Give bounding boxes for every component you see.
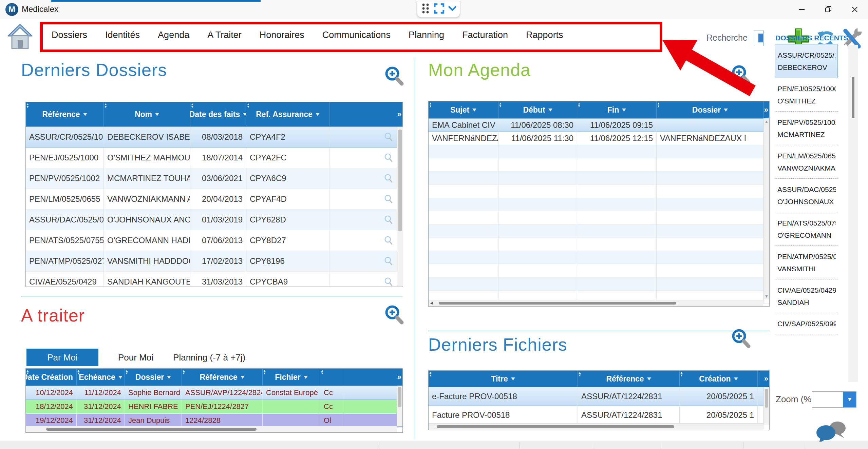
horizontal-scrollbar[interactable]: ◄ (429, 300, 763, 306)
agenda-row[interactable] (429, 251, 769, 264)
column-header[interactable]: ▲▼Fin (577, 101, 657, 118)
recent-dossier-item[interactable]: PEN/ATS/0525/075O'GRECOMANN (775, 212, 838, 246)
filter-icon[interactable] (243, 113, 246, 116)
row-magnifier-icon[interactable] (383, 132, 394, 142)
agenda-row[interactable] (429, 211, 769, 224)
column-header[interactable]: ▲▼Référence (26, 102, 104, 126)
filter-icon[interactable] (472, 109, 476, 112)
nav-item-honoraires[interactable]: Honoraires (260, 30, 304, 40)
chat-icon[interactable] (813, 420, 850, 445)
sort-icon[interactable]: ▲▼ (26, 103, 29, 108)
horizontal-scrollbar[interactable] (429, 423, 764, 430)
recent-dossier-item[interactable]: ASSUR/CR/0525/10DEBECKEROV (775, 44, 838, 78)
vertical-scrollbar[interactable] (397, 386, 402, 426)
column-header[interactable]: ▲▼Référence (578, 371, 680, 387)
filter-icon[interactable] (155, 113, 159, 116)
row-magnifier-icon[interactable] (383, 256, 394, 266)
more-columns-icon[interactable]: » (764, 374, 768, 383)
column-header[interactable]: ▲▼Fichier (263, 369, 320, 386)
vertical-scrollbar[interactable]: ▲▼ (763, 118, 769, 299)
recent-dossier-item[interactable]: PEN/LM/0525/0655VANWOZNIAKMANN (775, 145, 838, 179)
column-header[interactable]: ▲▼Date des faits (190, 102, 246, 126)
filter-icon[interactable] (548, 109, 552, 112)
column-header[interactable]: ▲▼Dossier (125, 369, 182, 386)
minimize-button[interactable] (789, 0, 815, 19)
dossier-row[interactable]: PEN/LM/0525/0655VANWOZNIAKMANN A20/04/20… (26, 189, 402, 210)
row-magnifier-icon[interactable] (383, 235, 394, 246)
column-header[interactable]: ▲▼ (320, 369, 344, 386)
horizontal-scrollbar[interactable] (26, 426, 397, 432)
sort-icon[interactable]: ▲▼ (104, 103, 107, 108)
tab-1[interactable]: Pour Moi (118, 352, 153, 363)
row-magnifier-icon[interactable] (383, 215, 394, 225)
agenda-row[interactable] (429, 145, 769, 158)
file-row[interactable]: e-Facture PROV-00518ASSUR/AT/1224/283120… (429, 387, 769, 406)
agenda-row[interactable] (429, 277, 769, 291)
filter-icon[interactable] (622, 109, 626, 112)
filter-icon[interactable] (316, 113, 320, 116)
sort-icon[interactable]: ▲▼ (578, 371, 581, 377)
row-magnifier-icon[interactable] (383, 173, 394, 183)
more-columns-icon[interactable]: » (397, 110, 401, 119)
column-header[interactable]: ▲▼Dossier (657, 101, 764, 118)
row-magnifier-icon[interactable] (383, 194, 394, 204)
agenda-row[interactable] (429, 224, 769, 238)
dossier-row[interactable]: PEN/PV/0525/1002MCMARTINEZ TOUHA03/06/20… (26, 168, 402, 189)
more-columns-icon[interactable]: » (764, 105, 768, 114)
recent-dossier-item[interactable]: PEN/PV/0525/1002MCMARTINEZ (775, 112, 838, 145)
sort-icon[interactable]: ▲▼ (26, 369, 29, 375)
agenda-row[interactable] (429, 198, 769, 211)
recent-dossier-item[interactable]: CIV/SAP/0525/0999 (775, 313, 838, 334)
zoom-in-icon[interactable] (383, 304, 405, 326)
more-columns-icon[interactable]: » (397, 373, 401, 382)
home-icon[interactable] (7, 22, 33, 51)
column-header[interactable]: ▲▼Date Création (26, 369, 77, 386)
nav-item-identités[interactable]: Identités (105, 30, 140, 40)
dossier-row[interactable]: ASSUR/CR/0525/10DEBECKEROV ISABEL08/03/2… (26, 126, 402, 148)
recent-dossier-item[interactable]: PEN/EJ/0525/1000O'SMITHEZ (775, 78, 838, 112)
chevron-down-icon[interactable] (448, 5, 457, 13)
recent-dossier-item[interactable]: CIV/AE/0525/0429SANDIAH (775, 279, 838, 313)
zoom-in-icon[interactable] (730, 328, 752, 349)
search-input[interactable] (754, 31, 764, 46)
agenda-row[interactable]: EMA Cabinet CIV11/06/2025 08:3011/06/202… (429, 118, 769, 132)
maximize-button[interactable] (815, 0, 842, 19)
tab-0[interactable]: Par Moi (26, 349, 98, 366)
filter-icon[interactable] (118, 376, 122, 379)
tab-2[interactable]: Planning (-7 à +7j) (173, 352, 245, 363)
sort-icon[interactable]: ▲▼ (125, 369, 128, 375)
task-row[interactable]: 19/12/202431/12/2024Jean Dupuis1224/2828… (26, 414, 402, 428)
nav-item-facturation[interactable]: Facturation (462, 30, 508, 40)
filter-icon[interactable] (167, 376, 171, 379)
dropdown-arrow-icon[interactable]: ▼ (843, 392, 856, 407)
sort-icon[interactable]: ▲▼ (499, 102, 502, 108)
agenda-row[interactable] (429, 158, 769, 172)
sort-icon[interactable]: ▲▼ (263, 369, 266, 375)
column-header[interactable]: ▲▼Début (498, 101, 577, 118)
filter-icon[interactable] (724, 109, 728, 112)
vertical-scrollbar[interactable] (397, 127, 403, 286)
column-header[interactable]: ▲▼Echéance (77, 369, 125, 386)
nav-item-dossiers[interactable]: Dossiers (52, 30, 87, 40)
column-header[interactable]: ▲▼Ref. Assurance (246, 102, 329, 126)
nav-item-communications[interactable]: Communications (322, 30, 391, 40)
recent-dossier-item[interactable]: ASSUR/DAC/0525/0O'JOHNSONAUX (775, 179, 838, 212)
agenda-row[interactable] (429, 264, 769, 277)
filter-icon[interactable] (241, 376, 245, 379)
column-header[interactable]: ▲▼Nom (104, 102, 190, 126)
dossier-row[interactable]: PEN/ATMP/0525/027VANSMITHI HADDDOC17/02/… (26, 251, 402, 272)
row-magnifier-icon[interactable] (383, 277, 394, 287)
nav-item-a-traiter[interactable]: A Traiter (207, 30, 242, 40)
zoom-in-icon[interactable] (730, 64, 752, 85)
sort-icon[interactable]: ▲▼ (191, 103, 194, 108)
sort-icon[interactable]: ▲▼ (578, 102, 581, 108)
file-row[interactable]: Facture PROV-00518ASSUR/AT/1224/283120/0… (429, 406, 769, 425)
fullscreen-icon[interactable] (434, 3, 445, 15)
filter-icon[interactable] (511, 377, 515, 380)
dossier-row[interactable]: CIV/AE/0525/0429SANDIAH KANGOUTE31/03/20… (26, 272, 402, 287)
task-row[interactable]: 10/12/202411/12/2024Sophie BernardASSUR/… (26, 386, 402, 400)
sort-icon[interactable]: ▲▼ (77, 369, 80, 375)
close-button[interactable] (842, 0, 868, 19)
column-header[interactable]: ▲▼Titre (429, 371, 578, 387)
filter-icon[interactable] (83, 113, 87, 116)
